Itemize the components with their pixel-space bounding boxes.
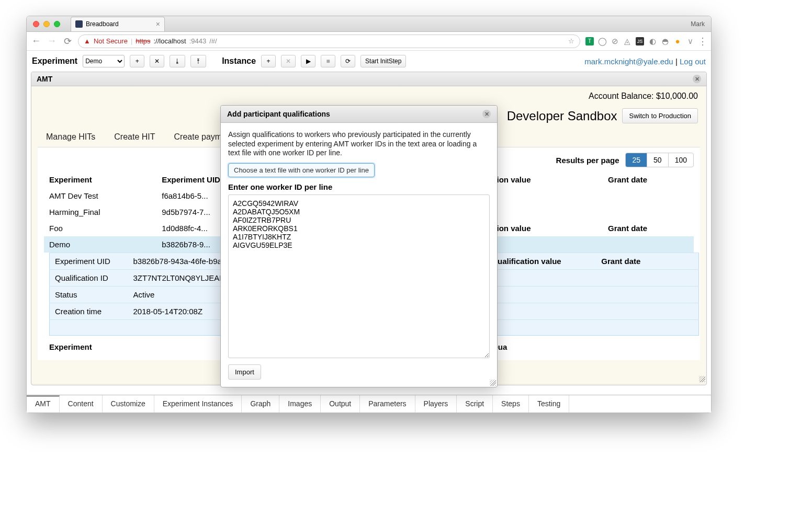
detail-label: Qualification ID xyxy=(50,270,128,287)
user-area: mark.mcknight@yale.edu | Log out xyxy=(584,57,706,66)
footer-tab-steps[interactable]: Steps xyxy=(493,395,529,413)
ext-icon[interactable]: T xyxy=(585,37,594,45)
ext-icon[interactable]: ◯ xyxy=(598,37,606,45)
app-toolbar: Experiment Demo + ✕ ⭳ ⭱ Instance + ✕ ▶ ■… xyxy=(27,51,711,72)
results-100[interactable]: 100 xyxy=(669,153,693,167)
textarea-label: Enter one worker ID per line xyxy=(228,182,490,191)
footer-tab-testing[interactable]: Testing xyxy=(529,395,569,413)
ext-icon[interactable]: ◐ xyxy=(648,37,657,45)
th-experiment: Experiment xyxy=(44,171,156,188)
results-25[interactable]: 25 xyxy=(626,153,647,167)
experiment-select[interactable]: Demo xyxy=(83,55,125,67)
th-grant: Grant date xyxy=(603,171,694,188)
url-bar: ← → ⟳ ▲ Not Secure | https://localhost:9… xyxy=(27,32,711,51)
footer-tab-graph[interactable]: Graph xyxy=(242,395,279,413)
not-secure-label: Not Secure xyxy=(94,37,128,45)
import-button[interactable]: ⭱ xyxy=(190,55,206,67)
start-initstep-button[interactable]: Start InitStep xyxy=(360,55,406,67)
minimize-window-icon[interactable] xyxy=(43,21,50,27)
ext-icon[interactable]: ◬ xyxy=(623,37,631,45)
th-qval: Qualification value xyxy=(486,253,596,270)
add-instance-button[interactable]: + xyxy=(261,55,276,67)
footer-tab-players[interactable]: Players xyxy=(415,395,457,413)
ext-icon[interactable]: ◓ xyxy=(661,37,669,45)
footer-tab-instances[interactable]: Experiment Instances xyxy=(154,395,242,413)
th-qual: Qua xyxy=(487,339,580,355)
logout-link[interactable]: Log out xyxy=(680,57,706,66)
ext-icon[interactable]: ● xyxy=(673,37,682,45)
warning-icon: ▲ xyxy=(84,37,91,45)
instance-label: Instance xyxy=(222,56,256,66)
stop-button: ■ xyxy=(321,55,335,67)
delete-instance-button: ✕ xyxy=(281,55,296,67)
modal-resize-grip[interactable] xyxy=(490,380,496,386)
tab-title: Breadboard xyxy=(86,20,119,28)
switch-production-button[interactable]: Switch to Production xyxy=(622,108,698,123)
extension-icons: T ◯ ⊘ ◬ JS ◐ ◓ ● ∨ ⋮ xyxy=(585,37,707,45)
add-experiment-button[interactable]: + xyxy=(130,55,144,67)
delete-experiment-button[interactable]: ✕ xyxy=(150,55,164,67)
account-balance: Account Balance: $10,000.00 xyxy=(589,91,698,101)
bookmark-icon[interactable]: ☆ xyxy=(568,37,574,45)
reload-icon[interactable]: ⟳ xyxy=(62,36,73,47)
play-button[interactable]: ▶ xyxy=(301,55,315,67)
choose-file-button[interactable]: Choose a text file with one worker ID pe… xyxy=(228,163,375,177)
menu-icon[interactable]: ⋮ xyxy=(698,37,707,45)
close-modal-icon[interactable]: ✕ xyxy=(482,110,491,118)
footer-tabs: AMT Content Customize Experiment Instanc… xyxy=(27,395,711,413)
refresh-button[interactable]: ⟳ xyxy=(341,55,355,67)
ext-icon[interactable]: JS xyxy=(636,37,644,45)
detail-label: Status xyxy=(50,287,128,303)
panel-title: AMT xyxy=(37,75,52,83)
modal-header[interactable]: Add participant qualifications ✕ xyxy=(221,106,497,123)
detail-label: Creation time xyxy=(50,303,128,320)
footer-tab-images[interactable]: Images xyxy=(279,395,321,413)
worker-ids-textarea[interactable] xyxy=(228,194,490,359)
panel-resize-grip[interactable] xyxy=(699,376,705,382)
url-port: :9443 xyxy=(189,37,207,45)
footer-tab-amt[interactable]: AMT xyxy=(27,395,60,413)
title-bar: Breadboard × Mark xyxy=(27,16,711,32)
footer-tab-customize[interactable]: Customize xyxy=(103,395,154,413)
maximize-window-icon[interactable] xyxy=(54,21,60,27)
ext-icon[interactable]: ∨ xyxy=(686,37,694,45)
tab-manage-hits[interactable]: Manage HITs xyxy=(46,132,95,142)
modal-description: Assign qualifications to workers who pre… xyxy=(228,130,490,158)
import-button[interactable]: Import xyxy=(228,364,261,380)
th-grant: Grant date xyxy=(596,253,698,270)
experiment-label: Experiment xyxy=(32,56,77,66)
modal-title: Add participant qualifications xyxy=(227,110,330,118)
export-button[interactable]: ⭳ xyxy=(170,55,185,67)
footer-tab-content[interactable]: Content xyxy=(60,395,103,413)
detail-label: Experiment UID xyxy=(50,253,128,270)
sandbox-title: Developer Sandbox xyxy=(507,109,617,123)
results-segment: 25 50 100 xyxy=(625,153,694,167)
url-path: /#/ xyxy=(209,37,217,45)
results-label: Results per page xyxy=(556,156,619,165)
url-host: ://localhost xyxy=(154,37,186,45)
address-input[interactable]: ▲ Not Secure | https://localhost:9443/#/… xyxy=(78,35,580,48)
tab-create-hit[interactable]: Create HIT xyxy=(114,132,155,142)
forward-icon: → xyxy=(47,36,57,47)
close-panel-icon[interactable]: ✕ xyxy=(693,75,701,83)
close-tab-icon[interactable]: × xyxy=(156,20,160,28)
sandbox-row: Developer Sandbox Switch to Production xyxy=(507,108,698,123)
window-controls xyxy=(27,21,60,27)
browser-window: Breadboard × Mark ← → ⟳ ▲ Not Secure | h… xyxy=(26,16,712,413)
results-50[interactable]: 50 xyxy=(647,153,669,167)
panel-header: AMT ✕ xyxy=(31,72,706,86)
footer-tab-output[interactable]: Output xyxy=(321,395,360,413)
ext-icon[interactable]: ⊘ xyxy=(611,37,619,45)
favicon-icon xyxy=(75,20,83,28)
footer-tab-script[interactable]: Script xyxy=(457,395,493,413)
browser-tab[interactable]: Breadboard × xyxy=(71,17,165,31)
footer-tab-parameters[interactable]: Parameters xyxy=(360,395,415,413)
add-qualifications-modal: Add participant qualifications ✕ Assign … xyxy=(220,105,498,387)
url-scheme: https xyxy=(136,37,150,45)
profile-label[interactable]: Mark xyxy=(691,20,705,28)
user-email-link[interactable]: mark.mcknight@yale.edu xyxy=(584,57,673,66)
modal-body: Assign qualifications to workers who pre… xyxy=(221,123,497,387)
th-experiment: Experiment xyxy=(44,339,237,355)
back-icon[interactable]: ← xyxy=(31,36,41,47)
close-window-icon[interactable] xyxy=(33,21,39,27)
